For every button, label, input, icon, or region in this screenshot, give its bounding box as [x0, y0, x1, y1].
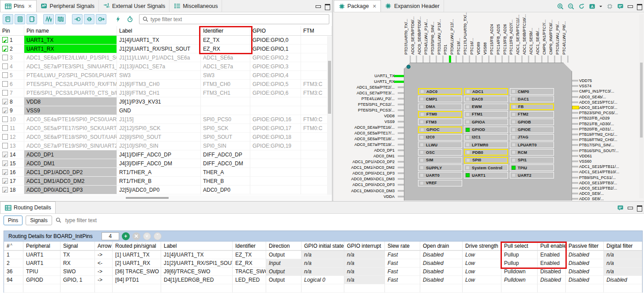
- package-right-pin-label[interactable]: ADC0_SE8/...: [579, 197, 604, 201]
- routing-cell[interactable]: Fast: [385, 268, 420, 276]
- pin-name-cell[interactable]: VSS9: [24, 106, 117, 115]
- package-right-pin-label[interactable]: PTB21/FB_AD30/...: [579, 122, 614, 126]
- package-top-pin[interactable]: [469, 56, 470, 63]
- identifier-cell[interactable]: THER_B: [201, 177, 250, 186]
- package-left-pin[interactable]: [398, 127, 404, 128]
- pin-checkbox[interactable]: [2, 55, 8, 60]
- peripheral-block-jtag[interactable]: JTAG: [510, 134, 554, 141]
- routing-col-arrow[interactable]: Arrow: [95, 242, 113, 250]
- pin-name-cell[interactable]: ADC1_DM1/ADC0_DM2: [24, 177, 117, 186]
- routing-cell[interactable]: Fast: [385, 251, 420, 259]
- package-top-pin[interactable]: [554, 56, 555, 63]
- package-right-pin[interactable]: [572, 187, 578, 189]
- package-top-pin[interactable]: [410, 56, 411, 63]
- routing-cell[interactable]: Output: [266, 268, 301, 276]
- package-right-pin[interactable]: [572, 117, 578, 119]
- label-cell[interactable]: J1[2]/UART1_RX/SPI1_SOUT: [117, 45, 201, 53]
- label-cell[interactable]: J2[8]/SPI0_SOUT: [117, 133, 201, 141]
- peripheral-block-adc0[interactable]: ADC0: [418, 88, 462, 95]
- package-top-pin-label[interactable]: PTC4/LLWU_P8/...: [562, 21, 566, 55]
- package-left-pin-label[interactable]: PTE5/SPI1_PCS2/...: [334, 102, 395, 107]
- package-right-pin[interactable]: [572, 85, 578, 87]
- package-left-pin-label[interactable]: ADC1_DM0/ADC0_DM3: [334, 189, 395, 193]
- routing-cell[interactable]: n/a: [604, 268, 642, 276]
- package-top-pin-label[interactable]: PTD4/LLWU_P14/...: [424, 19, 428, 55]
- package-left-pin-label[interactable]: ADC0_SE4a/PTE16/...: [334, 125, 395, 130]
- package-right-pin-label[interactable]: ADC0_SE9/...: [579, 191, 604, 196]
- package-left-pin[interactable]: [398, 121, 404, 123]
- package-right-pin[interactable]: [572, 171, 578, 173]
- identifier-cell[interactable]: EZ_RX: [201, 45, 250, 53]
- identifier-cell[interactable]: SW3: [201, 71, 250, 80]
- peripheral-block-vref[interactable]: VREF: [418, 180, 462, 186]
- routing-col-gpio-initial-state[interactable]: GPIO initial state: [301, 242, 344, 250]
- peripheral-block-adc1[interactable]: ADC1: [464, 88, 508, 95]
- pin-checkbox[interactable]: [2, 178, 8, 184]
- routing-cell[interactable]: Pullup: [501, 251, 538, 259]
- arrow-through-circle-icon[interactable]: [84, 14, 94, 24]
- arrow-into-circle-icon[interactable]: [72, 14, 83, 24]
- package-right-pin[interactable]: [572, 80, 578, 82]
- pin-name-cell[interactable]: VDD8: [24, 97, 117, 106]
- tab-routing-details[interactable]: Routing Details: [0, 201, 56, 213]
- peripheral-block-supply[interactable]: SUPPLY: [418, 164, 462, 171]
- routing-cell[interactable]: n/a: [344, 259, 385, 268]
- package-right-pin-label[interactable]: PTB22/FB_AD29: [579, 116, 610, 120]
- routing-cell[interactable]: D4[1]/LEDRGB_RED: [161, 276, 233, 284]
- package-top-pin[interactable]: [521, 56, 523, 63]
- package-top-pin-label[interactable]: ADC0_SE7b/PTD6/...: [411, 16, 415, 55]
- package-left-pin[interactable]: [398, 190, 404, 192]
- identifier-cell[interactable]: DIFF_ADC0_DP: [201, 150, 250, 159]
- close-icon[interactable]: ✕: [28, 4, 32, 9]
- routing-col-drive-strength[interactable]: Drive strength: [463, 242, 501, 250]
- maximize-icon[interactable]: [324, 4, 330, 9]
- identifier-cell[interactable]: ADC1_SE6a: [201, 53, 250, 62]
- analog-waveform-icon[interactable]: [43, 14, 54, 24]
- package-right-pin[interactable]: [572, 182, 578, 184]
- package-top-pin-label[interactable]: PTC16/...: [470, 38, 474, 55]
- package-right-pin-label[interactable]: ADC0_SE14/PTC0/...: [579, 105, 618, 110]
- col-pin[interactable]: Pin: [0, 26, 24, 35]
- label-cell[interactable]: J2[12]/SPI0_SCK: [117, 124, 201, 133]
- maximize-icon[interactable]: [636, 4, 642, 9]
- comment-icon[interactable]: [617, 204, 624, 211]
- routing-col-peripheral[interactable]: Peripheral: [23, 242, 60, 250]
- identifier-cell[interactable]: EZ_TX: [201, 36, 250, 45]
- peripheral-block-spi0[interactable]: SPI0: [464, 157, 508, 164]
- comment-icon[interactable]: [617, 3, 624, 10]
- package-top-pin[interactable]: [495, 56, 496, 63]
- package-left-pin[interactable]: [398, 138, 404, 140]
- routing-col-pull-select[interactable]: Pull select: [501, 242, 538, 250]
- package-left-pin-label[interactable]: ADC1_DM1/ADC0_DM2: [334, 165, 395, 170]
- peripheral-block-uart0[interactable]: UART0: [418, 172, 462, 179]
- package-right-pin[interactable]: [572, 90, 578, 92]
- package-top-pin[interactable]: [422, 56, 424, 63]
- label-cell[interactable]: J4[3]/DIFF_ADC0_DM: [117, 159, 201, 168]
- package-top-pin[interactable]: [515, 56, 516, 63]
- package-right-pin-label[interactable]: PTB19/FTM2_CH1/...: [579, 132, 618, 137]
- routing-cell[interactable]: Disabled: [420, 276, 463, 284]
- pin-checkbox[interactable]: [2, 99, 8, 104]
- package-top-pin-label[interactable]: PTC13/FB_AD26: [503, 24, 507, 55]
- pin-name-cell[interactable]: ADC0_SE5a/PTE17/SPI0_SCK/UART2_...: [24, 124, 117, 133]
- package-left-pin[interactable]: [398, 92, 404, 94]
- pins-vertical-scrollbar[interactable]: [327, 36, 332, 195]
- pin-name-cell[interactable]: UART1_TX: [24, 36, 117, 45]
- pin-name-cell[interactable]: ADC1_SE7a/PTE3/SPI1_SIN/UART1_R...: [24, 62, 117, 71]
- package-right-pin-label[interactable]: PTB17/SPI1_SIN/...: [579, 143, 614, 147]
- minimize-icon[interactable]: [627, 205, 633, 210]
- package-left-pin-label[interactable]: ADC0_DP1: [334, 148, 395, 153]
- package-right-pin-label[interactable]: PTB20/FB_AD31/...: [579, 127, 614, 131]
- routing-col--[interactable]: #˄: [4, 242, 23, 250]
- package-right-pin-label[interactable]: PTB9/SPI1_PCS1/...: [579, 175, 616, 180]
- package-top-pin-label[interactable]: PTC5/LLWU_P9/...: [555, 21, 560, 55]
- minimize-icon[interactable]: [627, 4, 633, 9]
- gpio-cell[interactable]: GPIOE:GPIO,4: [250, 71, 301, 80]
- routing-cell[interactable]: Enabled: [538, 251, 566, 259]
- pin-checkbox[interactable]: [2, 81, 8, 87]
- peripheral-block-cmp1[interactable]: CMP1: [418, 96, 462, 102]
- stopwatch-icon[interactable]: [124, 14, 135, 24]
- package-top-pin-label[interactable]: PTC17/LPUART0_TX/...: [463, 12, 467, 55]
- package-left-pin[interactable]: [398, 109, 404, 111]
- pin-checkbox[interactable]: [2, 169, 8, 175]
